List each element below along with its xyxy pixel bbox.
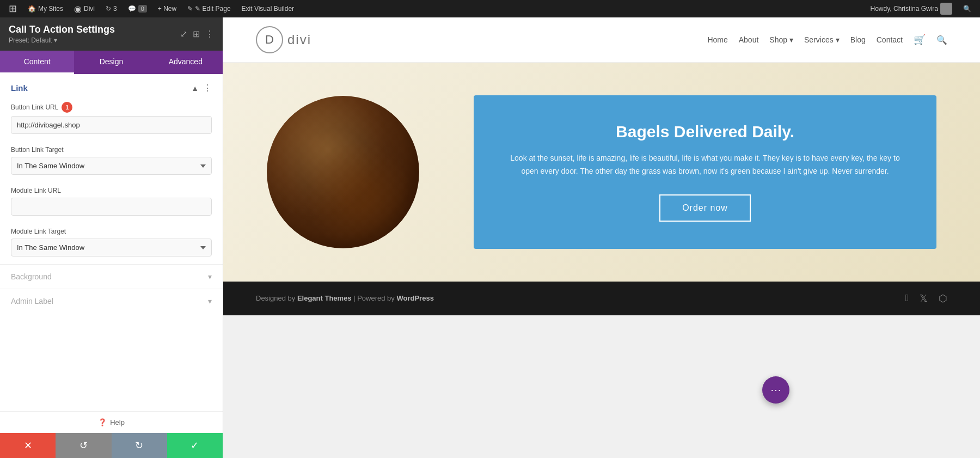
panel-tabs: Content Design Advanced [0, 51, 223, 74]
help-label[interactable]: Help [110, 418, 125, 426]
admin-label-section[interactable]: Admin Label ▾ [0, 289, 223, 313]
services-dropdown-icon: ▾ [836, 35, 840, 44]
module-link-url-input[interactable] [11, 198, 212, 216]
settings-panel: Call To Action Settings Preset: Default … [0, 17, 223, 458]
cta-order-button[interactable]: Order now [659, 194, 751, 222]
link-badge: 1 [62, 102, 72, 113]
module-link-target-field: Module Link Target In The Same Window In… [0, 223, 223, 264]
site-header: D divi Home About Shop ▾ [223, 17, 980, 63]
redo-button[interactable]: ↻ [112, 433, 167, 458]
wordpress-logo[interactable]: ⊞ [4, 0, 21, 17]
exit-visual-builder-button[interactable]: Exit Visual Builder [237, 0, 299, 17]
admin-label-section-title: Admin Label [11, 297, 53, 306]
action-bar: ✕ ↺ ↻ ✓ [0, 433, 223, 458]
user-avatar-icon [940, 3, 952, 15]
panel-preset: Preset: Default ▾ [9, 36, 115, 44]
redo-icon: ↻ [135, 439, 143, 451]
cart-icon[interactable]: 🛒 [914, 34, 926, 46]
preview-area: D divi Home About Shop ▾ [223, 17, 980, 458]
comments-link[interactable]: 💬 0 [124, 0, 151, 17]
bagel-image [267, 96, 419, 248]
updates-link[interactable]: ↻ 3 [101, 0, 121, 17]
edit-page-button[interactable]: ✎ ✎ Edit Page [183, 0, 235, 17]
admin-bar: ⊞ 🏠 My Sites ◉ Divi ↻ 3 💬 0 + New ✎ ✎ Ed… [0, 0, 980, 17]
house-icon: 🏠 [28, 5, 36, 13]
button-link-url-input[interactable] [11, 116, 212, 134]
nav-item-services[interactable]: Services ▾ [804, 35, 840, 44]
nav-item-shop[interactable]: Shop ▾ [769, 35, 793, 44]
preset-dropdown-icon: ▾ [54, 36, 57, 44]
divi-site-link[interactable]: ◉ Divi [70, 0, 99, 17]
twitter-icon[interactable]: 𝕏 [920, 292, 928, 304]
link-section-title: Link [11, 83, 28, 93]
background-chevron-icon: ▾ [208, 272, 212, 281]
button-link-url-label: Button Link URL 1 [11, 102, 212, 113]
footer-social:  𝕏 ⬡ [905, 292, 947, 304]
hero-section: Bagels Delivered Daily. Look at the suns… [223, 63, 980, 282]
refresh-icon: ↻ [106, 5, 111, 13]
cta-box: Bagels Delivered Daily. Look at the suns… [474, 95, 936, 249]
wp-icon: ⊞ [9, 3, 17, 15]
expand-icon[interactable]: ⤢ [180, 29, 187, 39]
module-link-target-select[interactable]: In The Same Window In The New Tab [11, 239, 212, 257]
shop-dropdown-icon: ▾ [789, 35, 793, 44]
site-nav: Home About Shop ▾ Services ▾ Blog [707, 34, 947, 46]
new-content-button[interactable]: + New [154, 0, 181, 17]
tab-content[interactable]: Content [0, 51, 74, 74]
module-link-url-field: Module Link URL [0, 182, 223, 223]
button-link-url-field: Button Link URL 1 [0, 97, 223, 142]
preview-wrapper: D divi Home About Shop ▾ [223, 17, 980, 458]
undo-icon: ↺ [79, 439, 88, 451]
instagram-icon[interactable]: ⬡ [939, 292, 947, 304]
link-section-more-icon[interactable]: ⋮ [203, 83, 212, 93]
nav-item-blog[interactable]: Blog [850, 35, 866, 44]
logo-text: divi [287, 32, 311, 47]
site-search-icon[interactable]: 🔍 [936, 35, 947, 45]
logo-circle: D [256, 26, 283, 53]
facebook-icon[interactable]:  [905, 292, 909, 304]
cta-text: Look at the sunset, life is amazing, lif… [506, 152, 904, 178]
nav-item-contact[interactable]: Contact [877, 35, 903, 44]
pencil-icon: ✎ [187, 5, 193, 13]
search-button[interactable]: 🔍 [959, 0, 976, 17]
button-link-target-select[interactable]: In The Same Window In The New Tab [11, 157, 212, 175]
nav-item-about[interactable]: About [739, 35, 759, 44]
help-circle-icon: ❓ [98, 418, 107, 426]
save-button[interactable]: ✓ [167, 433, 223, 458]
search-icon: 🔍 [963, 5, 971, 13]
user-greeting[interactable]: Howdy, Christina Gwira [866, 0, 957, 17]
link-section-collapse-icon[interactable]: ▲ [191, 84, 199, 93]
comment-icon: 💬 [128, 5, 136, 13]
cta-title: Bagels Delivered Daily. [506, 123, 904, 141]
columns-icon[interactable]: ⊞ [193, 29, 200, 39]
admin-label-chevron-icon: ▾ [208, 297, 212, 306]
save-icon: ✓ [191, 439, 199, 451]
panel-title: Call To Action Settings [9, 24, 115, 35]
link-section-header: Link ▲ ⋮ [0, 74, 223, 97]
logo-letter: D [265, 33, 274, 47]
admin-bar-right: Howdy, Christina Gwira 🔍 [866, 0, 976, 17]
tab-advanced[interactable]: Advanced [149, 51, 223, 74]
more-options-icon[interactable]: ⋮ [205, 29, 214, 39]
undo-button[interactable]: ↺ [56, 433, 111, 458]
panel-content: Link ▲ ⋮ Button Link URL 1 Button Link T… [0, 74, 223, 411]
main-layout: Call To Action Settings Preset: Default … [0, 17, 980, 458]
footer-credits: Designed by Elegant Themes | Powered by … [256, 294, 434, 302]
module-link-target-label: Module Link Target [11, 228, 212, 235]
floating-dots-icon: ⋯ [770, 383, 781, 396]
cancel-button[interactable]: ✕ [0, 433, 56, 458]
button-link-target-field: Button Link Target In The Same Window In… [0, 142, 223, 182]
site-footer: Designed by Elegant Themes | Powered by … [223, 282, 980, 315]
bagel-texture [267, 96, 419, 248]
panel-header-icons: ⤢ ⊞ ⋮ [180, 29, 214, 39]
divi-logo-icon: ◉ [74, 4, 82, 14]
background-section[interactable]: Background ▾ [0, 264, 223, 289]
panel-header: Call To Action Settings Preset: Default … [0, 17, 223, 51]
hero-image-container [267, 96, 430, 248]
floating-action-button[interactable]: ⋯ [762, 376, 789, 404]
section-controls: ▲ ⋮ [191, 83, 212, 93]
nav-item-home[interactable]: Home [707, 35, 727, 44]
panel-footer: ❓ Help [0, 411, 223, 433]
my-sites-menu[interactable]: 🏠 My Sites [23, 0, 68, 17]
tab-design[interactable]: Design [74, 51, 148, 74]
